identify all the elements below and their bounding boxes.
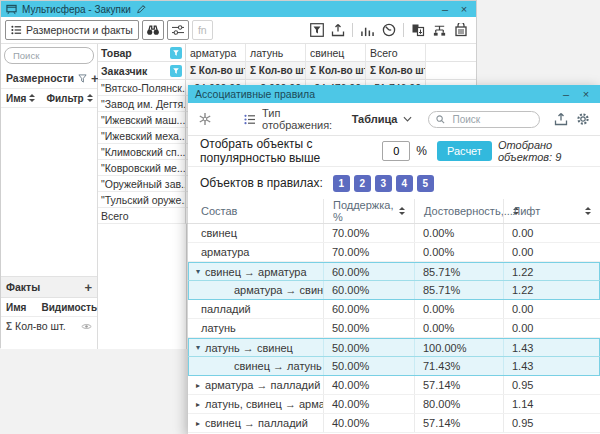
collapse-triangle-icon[interactable]: ▾ <box>196 267 200 276</box>
sort-icon[interactable] <box>87 94 93 102</box>
sort-icon[interactable] <box>585 207 591 215</box>
pivot-row-label[interactable]: "Оружейный зав... <box>98 176 186 192</box>
minimize-button[interactable]: – <box>438 2 452 16</box>
selected-objects-info: Отобрано объектов: 9 <box>498 139 588 163</box>
rule-size-chip[interactable]: 2 <box>354 175 371 192</box>
pivot-row-label[interactable]: "Климовский сп... <box>98 144 186 160</box>
funnel-outline-icon[interactable] <box>78 74 87 83</box>
rule-lift: 1.22 <box>503 281 600 299</box>
filter-funnel-icon[interactable] <box>170 65 182 77</box>
row-dimension-cell[interactable]: Товар <box>98 44 186 62</box>
rule-row[interactable]: свинец → латунь50.00%71.43%1.43 <box>188 357 600 376</box>
basket-icon[interactable] <box>454 23 468 37</box>
dimensions-facts-button[interactable]: Размерности и факты <box>5 20 139 40</box>
rule-confidence: 71.43% <box>414 357 503 375</box>
pivot-column-header[interactable]: Всего <box>366 44 426 62</box>
edit-title-icon[interactable] <box>136 4 146 14</box>
pivot-column-header[interactable]: свинец <box>306 44 366 62</box>
pivot-row-label[interactable]: "Ижевский маш... <box>98 112 186 128</box>
rule-size-chip[interactable]: 3 <box>375 175 392 192</box>
pivot-row-label[interactable]: "Вятско-Полянск... <box>98 80 186 96</box>
sidebar-search[interactable] <box>4 47 94 64</box>
rule-row[interactable]: свинец70.00%0.00%0.00 <box>188 224 600 243</box>
filter-column-header[interactable]: Фильтр <box>46 93 83 104</box>
expand-triangle-icon[interactable]: ▸ <box>196 381 200 390</box>
pivot-measure-header[interactable]: Σ Кол-во шт. <box>186 62 246 80</box>
popularity-threshold-input[interactable] <box>382 141 410 161</box>
pivot-column-header[interactable]: латунь <box>246 44 306 62</box>
fact-name: Кол-во шт. <box>15 320 66 332</box>
name-column-header[interactable]: Имя <box>6 93 26 104</box>
rule-confidence: 57.14% <box>414 414 503 432</box>
pivot-measure-header[interactable]: Σ Кол-во шт. <box>306 62 366 80</box>
dialog-minimize-button[interactable]: – <box>559 87 573 101</box>
display-type-select[interactable]: Тип отображения: Таблица <box>244 107 412 131</box>
list-icon <box>11 25 22 35</box>
filter-funnel-icon[interactable] <box>170 47 182 59</box>
rule-confidence: 0.00% <box>414 243 503 261</box>
pivot-measure-header[interactable]: Σ Кол-во шт. <box>246 62 306 80</box>
rule-composition: свинец <box>188 224 323 242</box>
pivot-row-label[interactable]: "Тульский оруже... <box>98 192 186 208</box>
col-dimension-cell[interactable]: Заказчик <box>98 62 186 80</box>
toolbar-separator <box>352 23 353 37</box>
dialog-close-button[interactable]: × <box>579 87 593 101</box>
copy-multisphere-icon[interactable] <box>411 23 425 37</box>
hierarchy-icon[interactable] <box>432 23 447 37</box>
rule-row[interactable]: латунь50.00%0.00%0.00 <box>188 319 600 338</box>
rule-size-chip[interactable]: 1 <box>333 175 350 192</box>
search-binoculars-button[interactable] <box>142 20 164 40</box>
expand-triangle-icon[interactable]: ▸ <box>196 419 200 428</box>
expand-triangle-icon[interactable]: ▸ <box>196 400 200 409</box>
pivot-row-label[interactable]: Всего <box>98 208 186 224</box>
display-type-icon <box>244 114 256 125</box>
spinner-icon[interactable] <box>198 112 212 126</box>
filter-icon[interactable] <box>310 23 324 37</box>
pivot-column-header[interactable]: арматура <box>186 44 246 62</box>
sidebar-search-input[interactable] <box>11 49 87 62</box>
export-icon[interactable] <box>331 23 345 37</box>
col-dimension-label: Заказчик <box>101 65 147 77</box>
gauge-icon[interactable] <box>382 23 396 37</box>
rule-row[interactable]: ▾свинец → арматура60.00%85.71%1.22 <box>188 262 600 281</box>
chevron-down-icon <box>403 116 412 122</box>
rule-row[interactable]: ▸арматура → палладий40.00%57.14%0.95 <box>188 376 600 395</box>
rule-row[interactable]: ▸латунь, свинец → арматура40.00%80.00%1.… <box>188 395 600 414</box>
calculate-button[interactable]: Расчет <box>437 141 492 161</box>
pivot-measure-header[interactable]: Σ Кол-во шт. <box>366 62 426 80</box>
header-confidence[interactable]: Достоверность,... <box>414 199 503 223</box>
eye-icon[interactable] <box>81 323 92 330</box>
dialog-title: Ассоциативные правила <box>195 88 315 100</box>
rule-row[interactable]: арматура70.00%0.00%0.00 <box>188 243 600 262</box>
header-lift[interactable]: Лифт <box>503 199 600 223</box>
sort-icon[interactable] <box>29 94 35 102</box>
sort-icon[interactable] <box>399 207 405 215</box>
rule-row[interactable]: арматура → свинец60.00%85.71%1.22 <box>188 281 600 300</box>
export-icon[interactable] <box>554 112 568 126</box>
rule-lift: 1.14 <box>503 395 600 413</box>
rules-table-header: Состав Поддержка, % Достоверность,... Ли… <box>188 199 600 224</box>
gear-icon[interactable] <box>576 112 590 126</box>
sidebar: Размерности + Имя Фильтр Факты + Имя Вид… <box>1 44 98 349</box>
objects-in-rules-label: Объектов в правилах: <box>200 176 323 190</box>
facts-columns: Имя Видимость <box>1 298 97 317</box>
collapse-triangle-icon[interactable]: ▾ <box>196 343 200 352</box>
settings-sliders-button[interactable] <box>167 20 189 40</box>
add-fact-button[interactable]: + <box>84 280 92 295</box>
pivot-row-label[interactable]: "Ковровский ме... <box>98 160 186 176</box>
chart-icon[interactable] <box>360 24 375 37</box>
rule-row[interactable]: ▸свинец → палладий40.00%57.14%0.95 <box>188 414 600 433</box>
pivot-row-label[interactable]: "Завод им. Дегтя... <box>98 96 186 112</box>
rule-size-chip[interactable]: 5 <box>417 175 434 192</box>
rule-row[interactable]: ▾латунь → свинец50.00%100.00%1.43 <box>188 338 600 357</box>
close-button[interactable]: × <box>457 2 471 16</box>
rule-row[interactable]: палладий60.00%0.00%0.00 <box>188 300 600 319</box>
header-composition[interactable]: Состав <box>188 199 323 223</box>
header-support[interactable]: Поддержка, % <box>323 199 414 223</box>
fact-item[interactable]: Σ Кол-во шт. <box>1 317 97 335</box>
pivot-row-label[interactable]: "Ижевский меха... <box>98 128 186 144</box>
dialog-search-input[interactable] <box>450 113 532 126</box>
rule-size-chip[interactable]: 4 <box>396 175 413 192</box>
main-toolbar: Размерности и факты fn <box>1 17 476 44</box>
dialog-search[interactable] <box>428 111 540 128</box>
